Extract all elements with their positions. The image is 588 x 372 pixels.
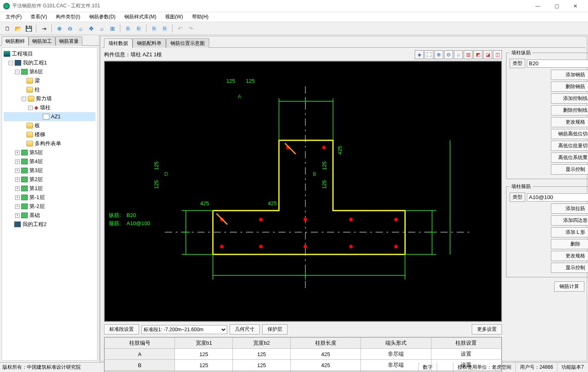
grid-h0: 柱肢编号 bbox=[105, 338, 175, 349]
svg-point-10 bbox=[259, 245, 263, 248]
zong-btn-addline[interactable]: 添加控制线 bbox=[551, 93, 588, 104]
canvbtn-zoomout[interactable]: ⊖ bbox=[444, 50, 453, 59]
more-settings-button[interactable]: 更多设置 bbox=[472, 324, 502, 334]
tool-a[interactable]: ⎘ bbox=[123, 24, 133, 33]
tool-zoom-in[interactable]: ⊕ bbox=[55, 24, 64, 33]
zong-btn-batch[interactable]: 高低位批量切换 bbox=[551, 141, 588, 151]
canvbtn-zoomin[interactable]: ⊕ bbox=[434, 50, 443, 59]
gu-btn-addl[interactable]: 添加 L 形 bbox=[551, 227, 588, 237]
tree-floor5[interactable]: +第5层 bbox=[4, 148, 95, 157]
tree-stair[interactable]: 楼梯 bbox=[4, 130, 95, 139]
tree-floor4[interactable]: +第4层 bbox=[4, 157, 95, 166]
tool-d[interactable]: ⎘ bbox=[160, 24, 170, 33]
tree-multi[interactable]: 多构件表单 bbox=[4, 139, 95, 148]
project-tree[interactable]: 工程项目 −我的工程1 −第6层 梁 柱 −剪力墙 −◆墙柱 AZ1 板 楼梯 … bbox=[2, 47, 97, 361]
dim-425a: 425 bbox=[200, 200, 209, 206]
gu-type-label: 类型 bbox=[510, 193, 525, 202]
tree-floor2[interactable]: +第2层 bbox=[4, 175, 95, 184]
canvbtn-ruler[interactable]: ▥ bbox=[464, 50, 473, 59]
tree-proj1[interactable]: −我的工程1 bbox=[4, 58, 95, 67]
grid-h2: 宽度b2 bbox=[233, 338, 291, 349]
std-seg-settings-button[interactable]: 标准段设置 bbox=[104, 324, 139, 334]
close-button[interactable]: ✕ bbox=[566, 0, 585, 12]
drawing-canvas[interactable]: 125 125 A D B 425 425 425 125 125 125 12… bbox=[104, 61, 502, 322]
zongjin-label: 纵筋: bbox=[109, 212, 121, 218]
tree-slab[interactable]: 板 bbox=[4, 121, 95, 130]
zong-btn-delline[interactable]: 删除控制线 bbox=[551, 105, 588, 115]
node-A: A bbox=[238, 93, 241, 100]
geometry-button[interactable]: 几何尺寸 bbox=[230, 324, 260, 334]
lefttab-jiagong[interactable]: 钢筋加工 bbox=[29, 36, 55, 46]
menu-component-type[interactable]: 构件类型(I) bbox=[52, 12, 84, 22]
tool-pan[interactable]: ✥ bbox=[86, 24, 96, 33]
zong-btn-reset[interactable]: 高低位系统重置 bbox=[551, 153, 588, 163]
zong-btn-del[interactable]: 删除钢筋 bbox=[551, 82, 588, 92]
tool-open[interactable]: 📂 bbox=[13, 24, 23, 33]
canvbtn-fit[interactable]: ⛶ bbox=[424, 50, 433, 59]
tree-floor1[interactable]: +第1层 bbox=[4, 184, 95, 193]
gu-type-input[interactable] bbox=[527, 193, 588, 202]
gu-legend: 墙柱箍筋 bbox=[510, 183, 533, 190]
svg-point-3 bbox=[322, 146, 326, 149]
tree-floor6[interactable]: −第6层 bbox=[4, 67, 95, 76]
tool-export[interactable]: ⇥ bbox=[39, 24, 49, 33]
tool-b[interactable]: ⎘ bbox=[134, 24, 144, 33]
tool-c[interactable]: ⎘ bbox=[149, 24, 159, 33]
gu-btn-show[interactable]: 显示控制 bbox=[551, 263, 588, 273]
calc-button[interactable]: 钢筋计算 bbox=[554, 281, 584, 292]
tree-floor3[interactable]: +第3层 bbox=[4, 166, 95, 175]
tree-wallcol[interactable]: −◆墙柱 bbox=[4, 103, 95, 112]
tool-zoom-fit[interactable]: ⌕ bbox=[76, 24, 86, 33]
tree-found[interactable]: +基础 bbox=[4, 211, 95, 220]
canvbtn-b[interactable]: ◪ bbox=[483, 50, 492, 59]
zong-btn-add[interactable]: 添加钢筋 bbox=[551, 70, 588, 80]
canvbtn-zoom[interactable]: ⌕ bbox=[454, 50, 463, 59]
menu-viewport[interactable]: 视图(W) bbox=[161, 12, 187, 22]
zong-type-input[interactable] bbox=[527, 60, 588, 68]
tool-zoom-window[interactable]: ⌕ bbox=[97, 24, 107, 33]
lefttab-fanyang[interactable]: 钢筋翻样 bbox=[2, 36, 29, 46]
tool-redo[interactable]: ↷ bbox=[186, 24, 196, 33]
tree-floorm1[interactable]: +第-1层 bbox=[4, 193, 95, 202]
cover-button[interactable]: 保护层 bbox=[262, 324, 287, 334]
zong-btn-toggle[interactable]: 钢筋高低位切换 bbox=[551, 129, 588, 139]
zong-btn-spec[interactable]: 更改规格 bbox=[551, 117, 588, 127]
tree-floorm2[interactable]: +第-2层 bbox=[4, 202, 95, 211]
minimize-button[interactable]: — bbox=[528, 0, 547, 12]
gu-btn-addtie[interactable]: 添加拉筋 bbox=[551, 204, 588, 214]
grid-h3: 柱肢长度 bbox=[290, 338, 360, 349]
menu-file[interactable]: 文件(F) bbox=[2, 12, 26, 22]
gu-btn-addrect[interactable]: 添加四边形 bbox=[551, 215, 588, 226]
tab-rebar-list[interactable]: 钢筋配料单 bbox=[133, 38, 166, 48]
grid-h4: 端头形式 bbox=[361, 338, 431, 349]
tool-new[interactable]: 🗋 bbox=[2, 24, 12, 33]
tree-az1[interactable]: AZ1 bbox=[4, 112, 95, 121]
tool-zoom-out[interactable]: ⊖ bbox=[65, 24, 75, 33]
canvbtn-a[interactable]: ◩ bbox=[473, 50, 482, 59]
menu-rebar-params[interactable]: 钢筋参数(D) bbox=[85, 12, 120, 22]
maximize-button[interactable]: ▢ bbox=[547, 0, 566, 12]
canvbtn-c[interactable]: ◫ bbox=[493, 50, 502, 59]
menu-help[interactable]: 帮助(H) bbox=[188, 12, 213, 22]
std-seg-select[interactable]: 标准段1: -7.200m~21.600m bbox=[141, 325, 227, 334]
tool-zoom-extents[interactable]: ⊞ bbox=[108, 24, 117, 33]
svg-point-11 bbox=[303, 245, 307, 248]
tool-undo[interactable]: ↶ bbox=[175, 24, 185, 33]
tab-wall-column-data[interactable]: 墙柱数据 bbox=[104, 38, 133, 48]
zong-btn-show[interactable]: 显示控制 bbox=[551, 164, 588, 175]
canvbtn-origin[interactable]: ◈ bbox=[415, 50, 424, 59]
tree-root[interactable]: 工程项目 bbox=[4, 49, 95, 58]
tree-proj2[interactable]: 我的工程2 bbox=[4, 220, 95, 229]
gu-btn-del[interactable]: 删除 bbox=[551, 239, 588, 249]
lefttab-suanliang[interactable]: 钢筋算量 bbox=[55, 36, 82, 46]
gu-btn-spec[interactable]: 更改规格 bbox=[551, 251, 588, 261]
zongjin-value: B20 bbox=[126, 212, 136, 218]
tool-save[interactable]: 💾 bbox=[24, 24, 33, 33]
menu-rebar-library[interactable]: 钢筋样式库(M) bbox=[120, 12, 160, 22]
tab-rebar-position[interactable]: 钢筋位置示意图 bbox=[166, 38, 209, 48]
tree-beam[interactable]: 梁 bbox=[4, 76, 95, 85]
menu-view[interactable]: 查看(V) bbox=[27, 12, 51, 22]
tree-shearwall[interactable]: −剪力墙 bbox=[4, 94, 95, 103]
svg-point-13 bbox=[394, 245, 398, 248]
tree-column[interactable]: 柱 bbox=[4, 85, 95, 94]
